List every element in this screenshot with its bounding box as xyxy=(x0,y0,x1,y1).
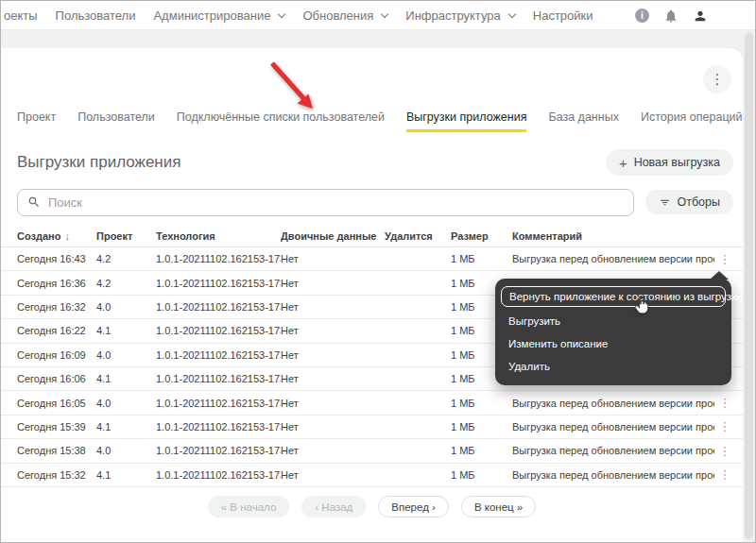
row-kebab-icon[interactable]: ⋮ xyxy=(714,252,735,266)
cell-technology: 1.0.1-20211102.162153-173 xyxy=(156,301,281,313)
col-deleted[interactable]: Удалится xyxy=(385,230,451,242)
new-export-button[interactable]: + Новая выгрузка xyxy=(606,149,733,176)
cell-binary: Нет xyxy=(281,421,385,433)
scrollbar[interactable] xyxy=(743,30,755,542)
cell-created: Сегодня 15:39 xyxy=(17,421,96,433)
table-row[interactable]: Сегодня 15:32 4.1 1.0.1-20211102.162153-… xyxy=(1,464,743,487)
cell-created: Сегодня 16:06 xyxy=(17,373,96,384)
nav-item[interactable]: Администрирование xyxy=(153,8,284,23)
card-kebab-menu-icon[interactable]: ⋮ xyxy=(703,65,731,93)
cell-technology: 1.0.1-20211102.162153-173 xyxy=(156,469,281,481)
cell-project: 4.2 xyxy=(96,253,156,264)
tab[interactable]: База данных xyxy=(548,110,618,132)
row-kebab-icon[interactable]: ⋮ xyxy=(714,396,735,410)
chevron-down-icon xyxy=(381,9,388,17)
tab[interactable]: История операций xyxy=(641,110,743,132)
row-kebab-icon[interactable]: ⋮ xyxy=(714,419,735,433)
page-title: Выгрузки приложения xyxy=(17,153,180,172)
filter-icon xyxy=(659,196,671,209)
cell-technology: 1.0.1-20211102.162153-173 xyxy=(156,373,281,384)
search-icon xyxy=(27,195,41,209)
pagination-button[interactable]: « В начало xyxy=(208,496,290,518)
cell-binary: Нет xyxy=(281,278,385,289)
cell-binary: Нет xyxy=(281,373,385,384)
chevron-down-icon xyxy=(508,9,516,17)
pagination-button[interactable]: ‹ Назад xyxy=(301,496,366,518)
col-size[interactable]: Размер xyxy=(451,230,512,242)
nav-item[interactable]: Инфраструктура xyxy=(405,8,514,23)
tab[interactable]: Выгрузки приложения xyxy=(406,110,527,132)
cell-created: Сегодня 15:38 xyxy=(17,445,96,456)
table-row[interactable]: Сегодня 15:38 4.0 1.0.1-20211102.162153-… xyxy=(1,439,743,463)
search-box[interactable] xyxy=(17,189,634,216)
col-project[interactable]: Проект xyxy=(96,230,156,242)
tab[interactable]: Проект xyxy=(17,110,56,132)
filters-button[interactable]: Отборы xyxy=(645,190,734,214)
table-row[interactable]: Сегодня 16:05 4.0 1.0.1-20211102.162153-… xyxy=(1,391,743,415)
info-icon[interactable]: i xyxy=(635,8,649,23)
table-header: Создано↓ Проект Технология Двоичные данн… xyxy=(1,226,743,247)
search-row: Отборы xyxy=(17,188,733,216)
cell-size: 1 МБ xyxy=(451,398,512,409)
row-kebab-icon[interactable]: ⋮ xyxy=(714,467,735,482)
cell-binary: Нет xyxy=(281,445,385,456)
cell-technology: 1.0.1-20211102.162153-173 xyxy=(156,349,281,361)
cell-comment: Выгрузка перед обновлением версии проект… xyxy=(512,469,714,481)
nav-item[interactable]: Пользователи xyxy=(56,8,136,23)
sort-desc-icon: ↓ xyxy=(64,230,70,242)
chevron-down-icon xyxy=(278,9,285,17)
cell-project: 4.1 xyxy=(96,373,156,384)
plus-icon: + xyxy=(619,155,627,171)
cell-comment: Выгрузка перед обновлением версии проект… xyxy=(512,445,714,456)
cell-size: 1 МБ xyxy=(451,421,512,433)
cell-created: Сегодня 15:32 xyxy=(17,469,96,481)
nav-items: оекты Пользователи Администрирование Обн… xyxy=(4,8,593,23)
cell-binary: Нет xyxy=(281,469,385,481)
cell-binary: Нет xyxy=(281,325,385,336)
tab[interactable]: Пользователи xyxy=(77,110,155,132)
context-menu-item[interactable]: Вернуть приложение к состоянию из выгруз… xyxy=(501,286,726,307)
context-menu-item[interactable]: Изменить описание xyxy=(495,332,731,355)
user-icon[interactable] xyxy=(693,8,708,24)
context-menu-item[interactable]: Выгрузить xyxy=(495,310,731,332)
nav-item[interactable]: Обновления xyxy=(302,8,387,23)
cell-project: 4.0 xyxy=(96,301,156,313)
table-row[interactable]: Сегодня 16:43 4.2 1.0.1-20211102.162153-… xyxy=(1,247,743,271)
col-technology[interactable]: Технология xyxy=(156,230,281,242)
cell-technology: 1.0.1-20211102.162153-173 xyxy=(156,445,281,456)
cell-comment: Выгрузка перед обновлением версии проект… xyxy=(512,398,714,409)
context-menu-item[interactable]: Удалить xyxy=(495,355,731,378)
cell-technology: 1.0.1-20211102.162153-173 xyxy=(156,325,281,336)
cell-created: Сегодня 16:22 xyxy=(17,325,96,336)
tab[interactable]: Подключённые списки пользователей xyxy=(177,110,385,132)
cell-created: Сегодня 16:09 xyxy=(17,349,96,361)
col-created[interactable]: Создано↓ xyxy=(17,230,96,242)
cell-project: 4.1 xyxy=(96,325,156,336)
cell-project: 4.0 xyxy=(96,349,156,361)
search-input[interactable] xyxy=(48,195,624,210)
nav-item[interactable]: Настройки xyxy=(533,8,593,23)
cell-size: 1 МБ xyxy=(451,253,512,264)
nav-icons: i xyxy=(635,1,708,30)
app-window: оекты Пользователи Администрирование Обн… xyxy=(0,0,756,543)
col-binary[interactable]: Двоичные данные xyxy=(281,230,385,242)
nav-item[interactable]: оекты xyxy=(4,8,38,23)
pagination-button[interactable]: В конец » xyxy=(461,496,536,518)
row-kebab-icon[interactable]: ⋮ xyxy=(714,444,735,458)
cell-technology: 1.0.1-20211102.162153-173 xyxy=(156,421,281,433)
col-comment[interactable]: Комментарий xyxy=(512,230,714,242)
top-navbar: оекты Пользователи Администрирование Обн… xyxy=(1,1,755,30)
context-menu: Вернуть приложение к состоянию из выгруз… xyxy=(495,279,731,385)
pagination-button[interactable]: Вперед › xyxy=(378,496,449,518)
cell-project: 4.2 xyxy=(96,278,156,289)
pagination: « В начало ‹ Назад Вперед › В конец » xyxy=(1,496,743,518)
table-row[interactable]: Сегодня 15:39 4.1 1.0.1-20211102.162153-… xyxy=(1,416,743,439)
bell-icon[interactable] xyxy=(663,8,679,24)
cell-project: 4.0 xyxy=(96,445,156,456)
cell-comment: Выгрузка перед обновлением версии проект… xyxy=(512,253,714,264)
scrollbar-thumb[interactable] xyxy=(745,33,753,539)
cell-created: Сегодня 16:05 xyxy=(17,398,96,409)
cell-project: 4.1 xyxy=(96,421,156,433)
cell-technology: 1.0.1-20211102.162153-173 xyxy=(156,253,281,264)
cell-size: 1 МБ xyxy=(451,445,512,456)
